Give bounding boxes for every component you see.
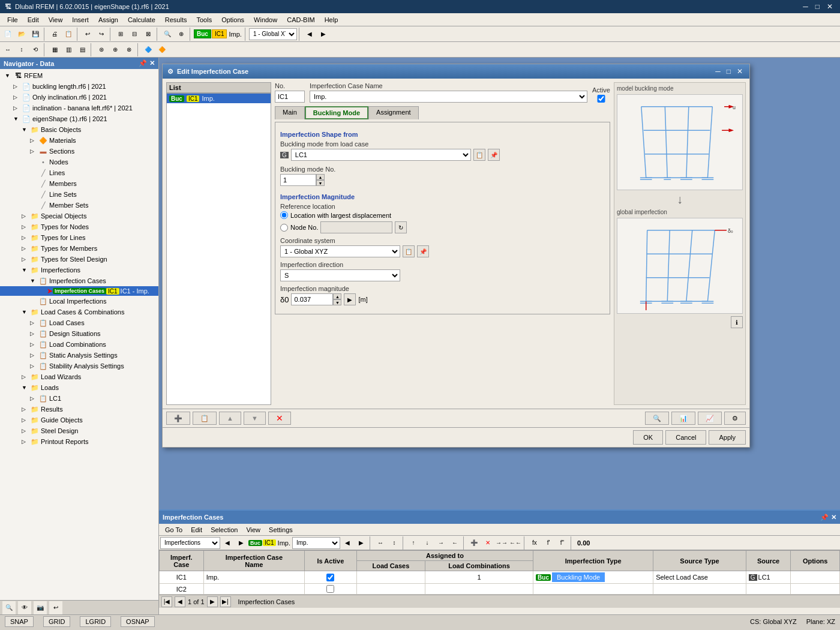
tab-main[interactable]: Main	[275, 106, 305, 119]
tree-item-results[interactable]: ▷ 📁 Results	[0, 404, 158, 415]
tree-item-typeslines[interactable]: ▷ 📁 Types for Lines	[0, 232, 158, 243]
open-btn[interactable]: 📂	[15, 28, 28, 41]
nav-cam-btn[interactable]: 📷	[34, 601, 47, 614]
coord-sys-select[interactable]: 1 - Global XYZ	[280, 245, 400, 257]
tree-item-load-comb[interactable]: ▷ 📋 Load Combinations	[0, 339, 158, 350]
tree-item-sections[interactable]: ▷ ▬ Sections	[0, 146, 158, 157]
tb-extra1[interactable]: ◀	[303, 28, 316, 41]
zoomfit-btn[interactable]: ⊕	[175, 28, 188, 41]
preview-info-btn[interactable]: ℹ	[731, 316, 743, 328]
menu-view[interactable]: View	[44, 15, 68, 25]
tree-item-load-cases[interactable]: ▷ 📋 Load Cases	[0, 317, 158, 328]
dialog-move-down-btn[interactable]: ▼	[244, 412, 266, 425]
radio-node-input[interactable]	[280, 224, 288, 232]
buckling-lc-btn2[interactable]: 📌	[488, 149, 500, 161]
panel-header-btns[interactable]: 📌 ✕	[820, 514, 836, 521]
menu-options[interactable]: Options	[217, 15, 249, 25]
new-btn[interactable]: 📄	[1, 28, 14, 41]
tree-item-special[interactable]: ▷ 📁 Special Objects	[0, 211, 158, 221]
nav-close-btn[interactable]: ✕	[149, 59, 155, 67]
spin-down-btn[interactable]: ▼	[316, 180, 325, 186]
dialog-settings-btn[interactable]: ⚙	[724, 412, 746, 425]
menu-cad-bim[interactable]: CAD-BIM	[282, 15, 319, 25]
panel-prev2-btn[interactable]: ◀	[341, 536, 354, 550]
tree-item-imperfections[interactable]: ▼ 📁 Imperfections	[0, 265, 158, 275]
tab-buckling-mode[interactable]: Buckling Mode	[305, 106, 368, 119]
page-last-btn[interactable]: ▶|	[220, 596, 231, 607]
tree-item-typessteel[interactable]: ▷ 📁 Types for Steel Design	[0, 254, 158, 265]
undo-btn[interactable]: ↩	[81, 28, 94, 41]
tree-item-members[interactable]: ╱ Members	[0, 178, 158, 189]
tree-item-loadcases[interactable]: ▼ 📁 Load Cases & Combinations	[0, 307, 158, 317]
tree-item-steel[interactable]: ▷ 📁 Steel Design	[0, 425, 158, 436]
panel-dropdown[interactable]: Imperfections	[160, 537, 220, 549]
tree-item-file3[interactable]: ▷ 📄 inclination - banana left.rf6* | 202…	[0, 103, 158, 113]
panel-next2-btn[interactable]: ▶	[355, 536, 368, 550]
tree-item-stability[interactable]: ▷ 📋 Stability Analysis Settings	[0, 361, 158, 371]
t2-11[interactable]: 🔶	[155, 43, 169, 56]
menu-assign[interactable]: Assign	[94, 15, 123, 25]
status-snap[interactable]: SNAP	[5, 616, 34, 627]
tree-item-loads[interactable]: ▼ 📁 Loads	[0, 382, 158, 393]
tree-item-lc1[interactable]: ▷ 📋 LC1	[0, 393, 158, 404]
tree-item-imperf-cases[interactable]: ▼ 📋 Imperfection Cases	[0, 275, 158, 286]
menu-calculate[interactable]: Calculate	[123, 15, 160, 25]
t2-7[interactable]: ⊛	[95, 43, 108, 56]
save-btn[interactable]: 💾	[29, 28, 42, 41]
tree-item-guide[interactable]: ▷ 📁 Guide Objects	[0, 415, 158, 425]
panel-tb6[interactable]: ←	[448, 536, 461, 550]
tree-item-nodes[interactable]: • Nodes	[0, 157, 158, 167]
active-checkbox[interactable]	[592, 95, 610, 103]
nav-pin-btn[interactable]: 📌	[139, 59, 147, 67]
view2-btn[interactable]: ⊟	[128, 28, 141, 41]
panel-menu-selection[interactable]: Selection	[207, 526, 241, 534]
td-ic2-active[interactable]	[305, 584, 357, 595]
panel-fx3-btn[interactable]: f"	[556, 536, 569, 550]
apply-btn[interactable]: Apply	[709, 430, 746, 445]
nav-search-btn[interactable]: 🔍	[2, 601, 16, 614]
t2-10[interactable]: 🔷	[142, 43, 155, 56]
list-row-ic1[interactable]: Buc IC1 Imp.	[167, 94, 271, 103]
buckling-no-input[interactable]	[280, 174, 316, 186]
node-no-input[interactable]	[320, 221, 392, 233]
mag-spin-down-btn[interactable]: ▼	[333, 299, 341, 305]
dialog-table-btn[interactable]: 📊	[671, 412, 695, 425]
close-btn[interactable]: ✕	[824, 2, 835, 11]
tree-item-eigenfile[interactable]: ▼ 📄 eigenShape (1).rf6 | 2021	[0, 113, 158, 124]
table-row-ic2[interactable]: IC2	[160, 584, 840, 595]
print-btn[interactable]: 🖨	[48, 28, 61, 41]
tree-item-static[interactable]: ▷ 📋 Static Analysis Settings	[0, 350, 158, 361]
dialog-zoom-btn[interactable]: 🔍	[645, 412, 669, 425]
ic2-active-checkbox[interactable]	[326, 585, 334, 593]
menu-results[interactable]: Results	[160, 15, 192, 25]
panel-fx1-btn[interactable]: fx	[528, 536, 541, 550]
t2-8[interactable]: ⊕	[109, 43, 122, 56]
dialog-maximize-btn[interactable]: □	[725, 67, 733, 76]
dialog-graph-btn[interactable]: 📈	[698, 412, 722, 425]
tree-item-basic[interactable]: ▼ 📁 Basic Objects	[0, 124, 158, 135]
tree-item-rfem[interactable]: ▼ 🏗 RFEM	[0, 70, 158, 81]
table-row-ic1[interactable]: IC1 Imp. 1 Buc Bucklin	[160, 571, 840, 584]
tree-item-ic1-imp[interactable]: ➤ Imperfection Cases IC1 IC1 - Imp.	[0, 286, 158, 296]
menu-edit[interactable]: Edit	[23, 15, 44, 25]
panel-menu-goto[interactable]: Go To	[161, 526, 186, 534]
ic1-active-checkbox[interactable]	[326, 574, 334, 581]
tree-item-printout[interactable]: ▷ 📁 Printout Reports	[0, 436, 158, 447]
panel-close-btn[interactable]: ✕	[831, 514, 836, 521]
panel-pin-btn[interactable]: 📌	[820, 514, 829, 521]
td-ic1-active[interactable]	[305, 571, 357, 584]
t2-2[interactable]: ↕	[15, 43, 28, 56]
tree-item-materials[interactable]: ▷ 🔶 Materials	[0, 135, 158, 146]
radio-largest-displacement[interactable]: Location with largest displacement	[280, 211, 605, 219]
dialog-close-btn[interactable]: ✕	[735, 67, 745, 76]
t2-4[interactable]: ▦	[48, 43, 61, 56]
panel-menu-edit[interactable]: Edit	[187, 526, 206, 534]
t2-1[interactable]: ↔	[1, 43, 14, 56]
minimize-btn[interactable]: ─	[800, 2, 811, 11]
nav-eye-btn[interactable]: 👁	[18, 601, 31, 614]
panel-select2[interactable]: Imp.	[292, 537, 340, 549]
panel-menu-settings[interactable]: Settings	[265, 526, 296, 534]
t2-6[interactable]: ▤	[76, 43, 89, 56]
no-input[interactable]	[275, 91, 305, 103]
view1-btn[interactable]: ⊞	[114, 28, 127, 41]
